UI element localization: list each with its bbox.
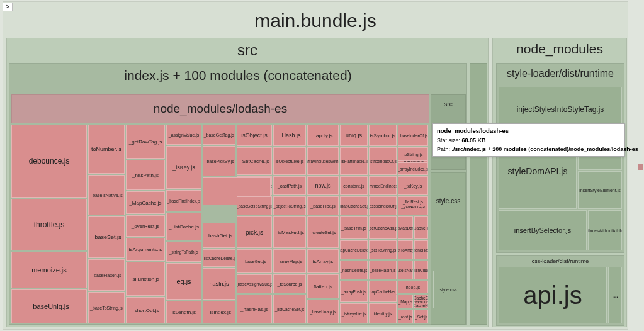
tile-src-style-css[interactable] <box>470 63 487 325</box>
tile-isindex[interactable]: _isIndex.js <box>203 301 235 323</box>
tile-iskey[interactable]: _isKey.js <box>166 146 201 189</box>
tile-hashget[interactable]: _hashGet.js <box>203 223 235 248</box>
tile-memoize[interactable]: memoize.js <box>11 252 87 288</box>
tile-identity[interactable]: identity.js <box>369 303 397 323</box>
tile-createset[interactable]: _createSet.js <box>307 216 339 248</box>
tile-api-js[interactable]: api.js <box>499 267 607 323</box>
tooltip-title: node_modules/lodash-es <box>437 126 621 135</box>
tile-basegettag[interactable]: _baseGetTag.js <box>203 125 235 145</box>
tile-hashhas[interactable]: _hashHas.js <box>237 295 272 323</box>
tile-strictindexof[interactable]: _strictIndexOf.js <box>369 147 397 175</box>
tile-iskeyable[interactable]: _isKeyable.js <box>340 303 368 323</box>
tile-isarguments[interactable]: isArguments.js <box>126 238 165 261</box>
tile-baseindexof[interactable]: _baseIndexOf.js <box>398 125 428 146</box>
tile-arrayincludes[interactable]: _arrayIncludes.js <box>398 162 428 175</box>
group-lodash-es[interactable]: node_modules/lodash-es <box>11 94 429 123</box>
tile-basepick[interactable]: _basePick.js <box>307 196 339 215</box>
tile-arraymap[interactable]: _arrayMap.js <box>273 249 306 273</box>
tile-basesettostring[interactable]: _baseSetToString.js <box>237 196 272 215</box>
tile-settostring[interactable]: _setToString.js <box>369 240 397 259</box>
tile-baseisnan[interactable]: _baseIsNaN.js <box>398 261 413 279</box>
tile-isobjectlike[interactable]: isObjectLike.js <box>273 147 306 175</box>
tile-baseset[interactable]: _baseSet.js <box>88 216 125 258</box>
tile-basetrim[interactable]: _baseTrim.js <box>340 216 368 239</box>
tile-mapcachedelete[interactable]: _mapCacheDelete.js <box>340 240 368 259</box>
tile-setcacheadd[interactable]: _setCacheAdd.js <box>369 216 397 239</box>
tile-tosource[interactable]: _toSource.js <box>273 274 306 293</box>
tile-mapcacheset[interactable]: _mapCacheSet.js <box>340 196 368 215</box>
tile-hash[interactable]: _Hash.js <box>273 125 306 146</box>
tile-map[interactable]: _Map.js <box>398 295 413 308</box>
tile-listcachedelete[interactable]: _listCacheDelete.js <box>203 249 235 267</box>
tile-setcache[interactable]: _SetCache.js <box>237 147 272 175</box>
tile-baseget[interactable]: _baseGet.js <box>237 249 272 273</box>
tile-tostring[interactable]: toString.js <box>398 147 428 161</box>
tile-mapcache[interactable]: _MapCache.js <box>126 191 165 214</box>
tile-assignvalue[interactable]: _assignValue.js <box>166 125 201 145</box>
tile-pick[interactable]: pick.js <box>237 216 272 248</box>
tile-trimmedendindex[interactable]: _trimmedEndIndex.js <box>369 176 397 195</box>
tile-apply[interactable]: _apply.js <box>307 125 339 146</box>
tile-arraypush[interactable]: _arrayPush.js <box>340 281 368 302</box>
tile-constant[interactable]: constant.js <box>340 176 368 195</box>
tile-objecttostring[interactable]: _objectToString.js <box>273 196 306 215</box>
tile-tonumber[interactable]: toNumber.js <box>88 125 125 174</box>
tile-now[interactable]: now.js <box>307 176 339 195</box>
tile-setcachehas[interactable]: _setCacheHas.js <box>414 216 428 239</box>
tile-settoarray[interactable]: _setToArray.js <box>398 240 413 259</box>
tile-ellipsis[interactable]: ... <box>608 267 622 323</box>
tile-eq[interactable]: eq.js <box>166 263 201 300</box>
tile-isflattenable[interactable]: _isFlattenable.js <box>340 147 368 175</box>
treemap-viewport[interactable]: > main.bundle.js src index.js + 100 modu… <box>0 0 644 331</box>
tile-islength[interactable]: isLength.js <box>166 301 201 323</box>
tile-isfunction[interactable]: isFunction.js <box>126 262 165 296</box>
tile-baseisnative[interactable]: _baseIsNative.js <box>88 175 125 215</box>
tile-basetostring[interactable]: _baseToString.js <box>88 292 125 323</box>
tooltip: node_modules/lodash-es Stat size: 68.05 … <box>432 123 625 157</box>
sidebar-toggle[interactable]: > <box>3 3 13 11</box>
tile-baseflatten[interactable]: _baseFlatten.js <box>88 259 125 291</box>
tile-shortout[interactable]: _shortOut.js <box>126 297 165 323</box>
tile-insertbyselector[interactable]: insertBySelector.js <box>499 210 587 250</box>
tile-castpath[interactable]: _castPath.js <box>273 176 306 195</box>
tile-noop[interactable]: noop.js <box>398 281 428 293</box>
tile-ismasked[interactable]: _isMasked.js <box>273 216 306 248</box>
tile-listcacheset[interactable]: _listCacheSet.js <box>273 295 306 323</box>
tile-debounce[interactable]: debounce.js <box>11 125 87 198</box>
tile-issymbol[interactable]: isSymbol.js <box>369 125 397 146</box>
tile-listcacheget[interactable]: _listCacheGet.js <box>414 295 428 301</box>
tile-basefindindex[interactable]: _baseFindIndex.js <box>166 190 201 211</box>
tile-root[interactable]: _root.js <box>398 310 413 323</box>
tile-cachehas[interactable]: _cacheHas.js <box>414 240 428 259</box>
tile-tokey[interactable]: _toKey.js <box>398 176 428 195</box>
tile-baseassignvalue[interactable]: _baseAssignValue.js <box>237 274 272 293</box>
tile-baseunary[interactable]: _baseUnary.js <box>307 300 339 323</box>
tile-style-css-inner[interactable]: style.css <box>433 271 463 308</box>
tile-isarray[interactable]: isArray.js <box>307 249 339 273</box>
tile-basepickby[interactable]: _basePickBy.js <box>203 146 235 176</box>
tile-throttle[interactable]: throttle.js <box>11 199 87 250</box>
group-concat-label: index.js + 100 modules (concatenated) <box>124 68 351 83</box>
tile-hashdelete[interactable]: _hashDelete.js <box>340 261 368 279</box>
tile-getmapdata[interactable]: _getMapData.js <box>398 216 413 239</box>
tile-insertstyleelement[interactable]: insertStyleElement.js <box>578 171 622 209</box>
tile-associndexof[interactable]: _assocIndexOf.js <box>369 196 397 215</box>
tile-mapcachehas[interactable]: _mapCacheHas.js <box>369 281 397 302</box>
tile-listcachehas[interactable]: _listCacheHas.js <box>414 303 428 308</box>
tile-flatten[interactable]: flatten.js <box>307 274 339 298</box>
tile-stringtopath[interactable]: _stringToPath.js <box>166 242 201 262</box>
tile-hashclear[interactable]: _hashClear.js <box>414 261 428 279</box>
tile-overrest[interactable]: _overRest.js <box>126 215 165 237</box>
tile-uniq[interactable]: uniq.js <box>340 125 368 146</box>
tile-flatrest[interactable]: _flatRest.js <box>398 196 428 206</box>
tile-arrayincludeswith[interactable]: _arrayIncludesWith.js <box>307 147 339 175</box>
tile-baseuniq[interactable]: _baseUniq.js <box>11 289 87 323</box>
tile-getrawtag[interactable]: _getRawTag.js <box>126 125 165 159</box>
tile-hasin[interactable]: hasIn.js <box>203 268 235 300</box>
tile-set[interactable]: _Set.js <box>414 310 428 323</box>
tile-setattrs[interactable]: setAttributesWithoutAttributes.js <box>588 210 622 250</box>
tile-haspath[interactable]: _hasPath.js <box>126 160 165 190</box>
tile-isobject[interactable]: isObject.js <box>237 125 272 146</box>
tile-basehasin[interactable]: _baseHasIn.js <box>369 261 397 279</box>
tile-listcache[interactable]: _ListCache.js <box>166 213 201 240</box>
